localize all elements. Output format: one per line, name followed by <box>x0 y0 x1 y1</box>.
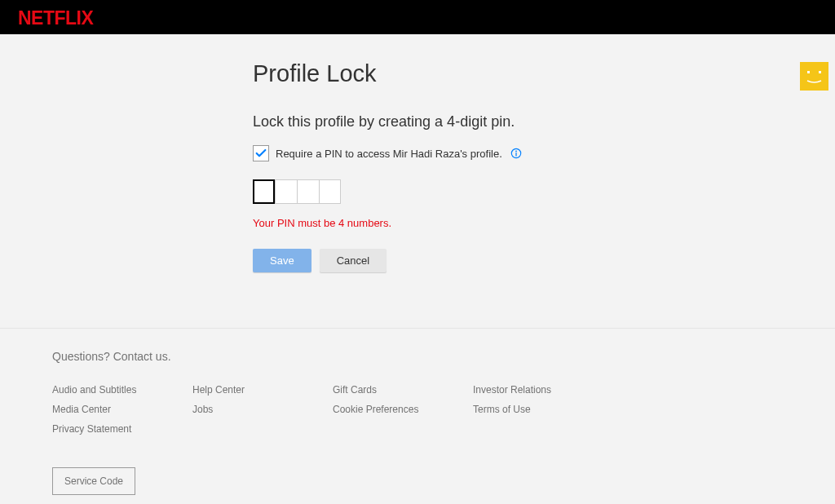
pin-digit-2[interactable] <box>275 179 297 204</box>
profile-avatar[interactable] <box>800 62 828 91</box>
require-pin-label: Require a PIN to access Mir Hadi Raza's … <box>276 148 502 160</box>
footer-link-privacy-statement[interactable]: Privacy Statement <box>52 423 192 435</box>
avatar-face-icon <box>800 62 828 91</box>
footer-link-help-center[interactable]: Help Center <box>192 384 333 396</box>
footer-link-investor-relations[interactable]: Investor Relations <box>473 384 613 396</box>
cancel-button[interactable]: Cancel <box>320 249 387 272</box>
require-pin-row: Require a PIN to access Mir Hadi Raza's … <box>253 145 660 161</box>
svg-rect-5 <box>515 153 516 156</box>
main-container: Profile Lock Lock this profile by creati… <box>0 34 835 272</box>
instruction-text: Lock this profile by creating a 4-digit … <box>253 113 660 130</box>
pin-digit-4[interactable] <box>319 179 341 204</box>
info-icon[interactable] <box>510 148 522 159</box>
app-header: NETFLIX <box>0 0 835 34</box>
page-title: Profile Lock <box>253 60 660 87</box>
action-buttons: Save Cancel <box>253 249 660 272</box>
service-code-button[interactable]: Service Code <box>52 467 135 495</box>
check-icon <box>254 147 267 160</box>
svg-point-4 <box>515 151 517 153</box>
pin-digit-3[interactable] <box>297 179 319 204</box>
footer: Questions? Contact us. Audio and Subtitl… <box>0 328 835 504</box>
footer-link-media-center[interactable]: Media Center <box>52 404 192 415</box>
save-button[interactable]: Save <box>253 249 311 272</box>
pin-input-group <box>253 179 660 204</box>
netflix-logo[interactable]: NETFLIX <box>18 6 93 29</box>
require-pin-checkbox[interactable] <box>253 145 269 161</box>
pin-error-message: Your PIN must be 4 numbers. <box>253 217 660 229</box>
footer-link-cookie-preferences[interactable]: Cookie Preferences <box>333 404 473 415</box>
footer-link-audio-subtitles[interactable]: Audio and Subtitles <box>52 384 192 396</box>
footer-links-grid: Audio and Subtitles Help Center Gift Car… <box>52 384 783 435</box>
footer-link-terms-of-use[interactable]: Terms of Use <box>473 404 613 415</box>
pin-digit-1[interactable] <box>253 179 275 204</box>
svg-rect-1 <box>807 71 810 73</box>
svg-rect-0 <box>800 62 828 91</box>
footer-link-jobs[interactable]: Jobs <box>192 404 333 415</box>
content-area: Profile Lock Lock this profile by creati… <box>253 60 660 272</box>
footer-link-gift-cards[interactable]: Gift Cards <box>333 384 473 396</box>
footer-heading[interactable]: Questions? Contact us. <box>52 350 783 363</box>
svg-rect-2 <box>819 71 821 73</box>
